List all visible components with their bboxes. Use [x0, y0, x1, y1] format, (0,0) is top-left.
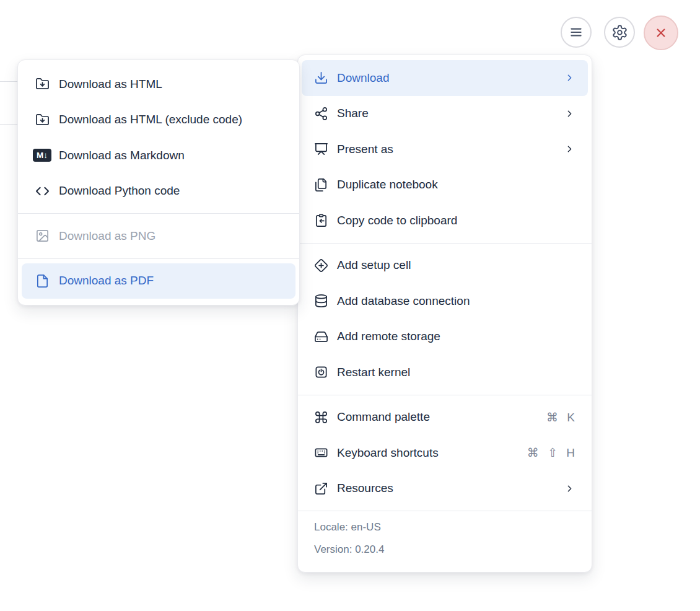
shortcut-hint: ⌘ K: [546, 410, 575, 424]
menu-item-present-as[interactable]: Present as: [302, 131, 588, 167]
menu-item-share[interactable]: Share: [302, 96, 588, 132]
menu-item-label: Keyboard shortcuts: [337, 446, 439, 460]
clipboard-copy-icon: [313, 213, 328, 228]
background-rule-line: [0, 124, 17, 125]
menu-item-label: Add setup cell: [337, 258, 411, 272]
power-square-icon: [313, 365, 328, 380]
menu-item-label: Command palette: [337, 410, 430, 424]
menu-item-copy-code[interactable]: Copy code to clipboard: [302, 203, 588, 239]
menu-divider: [298, 243, 592, 244]
close-button[interactable]: [644, 15, 678, 50]
menu-item-download[interactable]: Download: [302, 60, 588, 96]
notebook-menu: Download Share Present as Duplicate note…: [297, 55, 592, 573]
notebook-page: { "toolbar": { "buttons": [ { "name": "m…: [0, 0, 700, 611]
menu-footer: Locale: en-US Version: 0.20.4: [298, 511, 592, 567]
submenu-item-label: Download Python code: [59, 184, 180, 198]
download-submenu: Download as HTML Download as HTML (exclu…: [17, 59, 300, 306]
menu-item-label: Restart kernel: [337, 366, 410, 379]
submenu-item-download-python[interactable]: Download Python code: [22, 174, 295, 209]
close-x-icon: [653, 25, 669, 41]
submenu-divider: [18, 258, 299, 259]
menu-item-resources[interactable]: Resources: [302, 471, 588, 507]
menu-item-label: Download: [337, 71, 390, 85]
chevron-right-icon: [564, 73, 575, 83]
diamond-plus-icon: [313, 258, 328, 273]
folder-down-icon: [33, 112, 51, 127]
menu-item-keyboard-shortcuts[interactable]: Keyboard shortcuts ⌘ ⇧ H: [302, 435, 588, 471]
menu-divider: [298, 395, 592, 395]
menu-item-label: Resources: [337, 481, 393, 495]
menu-item-label: Add database connection: [337, 294, 470, 308]
menu-item-label: Present as: [337, 143, 393, 156]
file-icon: [33, 273, 51, 288]
menu-item-restart-kernel[interactable]: Restart kernel: [302, 354, 588, 390]
menu-item-duplicate-notebook[interactable]: Duplicate notebook: [302, 167, 588, 203]
hard-drive-icon: [313, 329, 328, 344]
submenu-item-label: Download as PDF: [59, 274, 154, 288]
keyboard-icon: [313, 446, 328, 460]
share-icon: [313, 106, 328, 121]
menu-item-label: Duplicate notebook: [337, 178, 438, 191]
folder-down-icon: [33, 77, 51, 92]
command-icon: [313, 410, 328, 424]
menu-item-add-remote-storage[interactable]: Add remote storage: [302, 319, 588, 355]
submenu-item-label: Download as HTML (exclude code): [59, 113, 242, 126]
menu-item-add-setup-cell[interactable]: Add setup cell: [302, 248, 588, 284]
chevron-right-icon: [564, 144, 575, 154]
presentation-icon: [313, 142, 328, 157]
download-icon: [313, 71, 328, 86]
submenu-item-download-markdown[interactable]: M↓ Download as Markdown: [22, 138, 295, 174]
gear-icon: [611, 24, 628, 41]
duplicate-files-icon: [313, 177, 328, 192]
menu-button[interactable]: [561, 17, 592, 48]
markdown-badge-icon: M↓: [33, 148, 51, 163]
menu-item-label: Share: [337, 107, 369, 120]
external-link-icon: [313, 481, 328, 496]
code-icon: [33, 183, 51, 198]
submenu-item-label: Download as PNG: [59, 229, 155, 243]
database-icon: [313, 294, 328, 309]
image-icon: [33, 229, 51, 244]
menu-item-label: Copy code to clipboard: [337, 214, 457, 227]
menu-item-add-database-connection[interactable]: Add database connection: [302, 283, 588, 319]
shortcut-hint: ⌘ ⇧ H: [527, 446, 575, 460]
locale-text: Locale: en-US: [314, 516, 575, 538]
menu-item-command-palette[interactable]: Command palette ⌘ K: [302, 400, 588, 436]
hamburger-icon: [568, 24, 584, 40]
submenu-item-download-png: Download as PNG: [22, 218, 295, 254]
settings-button[interactable]: [604, 17, 635, 48]
submenu-item-download-pdf[interactable]: Download as PDF: [22, 263, 295, 299]
submenu-item-download-html[interactable]: Download as HTML: [22, 66, 295, 102]
background-rule-line: [0, 81, 17, 82]
submenu-item-label: Download as Markdown: [59, 149, 185, 162]
submenu-item-label: Download as HTML: [59, 77, 162, 91]
version-text: Version: 0.20.4: [314, 538, 575, 561]
menu-item-label: Add remote storage: [337, 330, 440, 343]
chevron-right-icon: [564, 483, 575, 494]
submenu-item-download-html-exclude-code[interactable]: Download as HTML (exclude code): [22, 102, 295, 138]
submenu-divider: [18, 213, 299, 214]
chevron-right-icon: [564, 108, 575, 119]
